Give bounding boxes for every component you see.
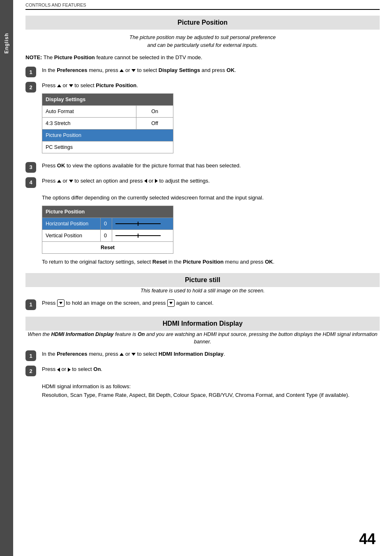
section2-step1-row: 1 Press to hold an image on the screen, … [25, 299, 380, 310]
top-bar: CONTROLS AND FEATURES [25, 0, 380, 10]
menu-label-stretch: 4:3 Stretch [42, 117, 136, 129]
section3-step1-row: 1 In the Preferences menu, press or to s… [25, 350, 380, 361]
menu-header-cell: Display Settings [42, 93, 173, 105]
section3-step2-row: 2 Press or to select On. HDMI signal inf… [25, 365, 380, 399]
main-content: CONTROLS AND FEATURES Picture Position T… [13, 0, 392, 420]
display-settings-table: Display Settings Auto Format On 4:3 Stre… [42, 93, 173, 153]
arrow-down-icon2 [69, 84, 73, 87]
arrow-left-icon2 [57, 368, 60, 372]
menu-row-picturepos: Picture Position [42, 129, 173, 141]
slider-track-vertical [112, 230, 173, 242]
sidebar: English [0, 0, 13, 556]
section2-step1-number: 1 [25, 299, 36, 310]
step4-number: 4 [25, 177, 36, 188]
menu-label-autoformat: Auto Format [42, 105, 136, 117]
note-feature: Picture Position [54, 54, 95, 60]
section2-title: Picture still [185, 276, 220, 283]
reset-ok: OK [265, 259, 273, 265]
step2-picture-position: Picture Position [96, 82, 136, 88]
step1-preferences: Preferences [57, 67, 87, 73]
step2-row: 2 Press or to select Picture Position. D… [25, 81, 380, 158]
slider-label-vertical: Vertical Position [42, 230, 101, 242]
menu-row-pcsettings: PC Settings [42, 141, 173, 153]
menu-row-autoformat: Auto Format On [42, 105, 173, 117]
section3-step2-number: 2 [25, 366, 36, 376]
note-prefix: NOTE: [25, 54, 42, 60]
section3-header: HDMI Information Display [25, 317, 380, 331]
section2-intro-text: This feature is used to hold a still ima… [141, 288, 265, 294]
menu-header-row: Display Settings [42, 93, 173, 105]
sidebar-label: English [4, 33, 9, 53]
section3-step2-content: Press or to select On. HDMI signal infor… [42, 365, 380, 399]
section3-intro-text: When the HDMI Information Display featur… [28, 331, 377, 345]
menu-value-stretch: Off [136, 117, 173, 129]
menu-label-picturepos: Picture Position [42, 129, 173, 141]
arrow-down-icon [131, 69, 136, 72]
reset-label: Reset [101, 245, 115, 250]
step4-content: Press or to select an option and press o… [42, 177, 380, 266]
section1-intro-text: The picture position may be adjusted to … [129, 35, 276, 48]
section3-step1-content: In the Preferences menu, press or to sel… [42, 350, 380, 359]
slider-header-cell: Picture Position [42, 206, 173, 218]
hdmi-info-label: HDMI signal information is as follows: [42, 383, 131, 389]
section3-intro: When the HDMI Information Display featur… [25, 331, 380, 346]
step4-row: 4 Press or to select an option and press… [25, 177, 380, 266]
note-text: NOTE: The Picture Position feature canno… [25, 53, 380, 62]
reset-text-bold: Reset [152, 259, 167, 265]
slider-row-horizontal: Horizontal Position 0 [42, 218, 173, 230]
step3-content: Press OK to view the options available f… [42, 162, 380, 170]
step2-content: Press or to select Picture Position. Dis… [42, 81, 380, 158]
step1-ok: OK [226, 67, 235, 73]
step3-row: 3 Press OK to view the options available… [25, 162, 380, 173]
hdmi-info-detail: Resolution, Scan Type, Frame Rate, Aspec… [42, 392, 349, 398]
section3-hdmi-info: HDMI Information Display [159, 351, 224, 357]
section3-hdmi-bold: HDMI Information Display [51, 331, 113, 337]
step2-number: 2 [25, 82, 36, 93]
section3-on: On [93, 366, 101, 372]
top-bar-text: CONTROLS AND FEATURES [25, 2, 86, 7]
arrow-up-icon2 [57, 84, 61, 87]
slider-label-horizontal: Horizontal Position [42, 218, 101, 230]
arrow-up-icon [120, 69, 124, 72]
slider-row-vertical: Vertical Position 0 [42, 230, 173, 242]
arrow-up-icon3 [57, 180, 61, 183]
picture-position-table: Picture Position Horizontal Position 0 V… [42, 206, 173, 254]
section3-preferences: Preferences [57, 351, 87, 357]
reset-menu-bold: Picture Position [183, 259, 224, 265]
slider-reset-cell: Reset [42, 242, 173, 254]
arrow-box-icon1 [57, 299, 65, 307]
section1-title: Picture Position [178, 19, 228, 26]
section2-intro: This feature is used to hold a still ima… [25, 287, 380, 295]
menu-label-pcsettings: PC Settings [42, 141, 173, 153]
slider-track-horizontal [112, 218, 173, 230]
step1-content: In the Preferences menu, press or to sel… [42, 66, 380, 75]
step3-ok: OK [57, 162, 65, 169]
slider-header-row: Picture Position [42, 206, 173, 218]
section2-header: Picture still [25, 273, 380, 287]
section3-title: HDMI Information Display [163, 320, 243, 327]
slider-value-horizontal: 0 [101, 218, 112, 230]
slider-row-reset: Reset [42, 242, 173, 254]
slider-value-vertical: 0 [101, 230, 112, 242]
step1-display-settings: Display Settings [159, 67, 200, 73]
step1-row: 1 In the Preferences menu, press or to s… [25, 66, 380, 77]
arrow-box-icon2 [167, 299, 175, 307]
arrow-up-icon4 [120, 353, 124, 356]
note-body: The Picture Position feature cannot be s… [42, 54, 202, 60]
arrow-left-icon [144, 179, 147, 183]
arrow-right-icon2 [68, 368, 71, 372]
page-number: 44 [359, 531, 376, 548]
section3-step1-number: 1 [25, 350, 36, 361]
menu-row-stretch: 4:3 Stretch Off [42, 117, 173, 129]
arrow-down-icon3 [69, 180, 73, 183]
arrow-down-icon4 [131, 353, 136, 356]
step3-number: 3 [25, 162, 36, 173]
step1-number: 1 [25, 67, 36, 77]
section3-on-bold: On [138, 331, 145, 337]
menu-value-autoformat: On [136, 105, 173, 117]
arrow-right-icon [155, 179, 158, 183]
section1-intro: The picture position may be adjusted to … [25, 34, 380, 49]
section1-header: Picture Position [25, 16, 380, 30]
section2-step1-content: Press to hold an image on the screen, an… [42, 299, 380, 308]
